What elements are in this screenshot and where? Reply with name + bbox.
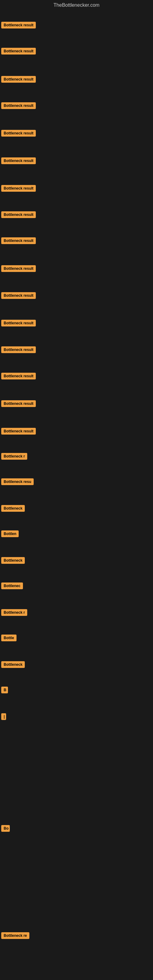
bottleneck-badge-22[interactable]: Bottlenec xyxy=(1,582,23,589)
bottleneck-item-5: Bottleneck result xyxy=(1,130,36,138)
bottleneck-item-21: Bottleneck xyxy=(1,557,25,565)
bottleneck-badge-12[interactable]: Bottleneck result xyxy=(1,320,36,326)
bottleneck-badge-3[interactable]: Bottleneck result xyxy=(1,76,36,83)
bottleneck-item-25: Bottleneck xyxy=(1,661,25,669)
bottleneck-badge-7[interactable]: Bottleneck result xyxy=(1,185,36,192)
bottleneck-badge-28[interactable]: Bo xyxy=(1,825,10,832)
bottleneck-item-7: Bottleneck result xyxy=(1,185,36,193)
bottleneck-badge-13[interactable]: Bottleneck result xyxy=(1,346,36,353)
bottleneck-item-15: Bottleneck result xyxy=(1,400,36,408)
bottleneck-badge-20[interactable]: Bottlen xyxy=(1,530,19,537)
bottleneck-badge-8[interactable]: Bottleneck result xyxy=(1,211,36,218)
bottleneck-badge-21[interactable]: Bottleneck xyxy=(1,557,25,564)
bottleneck-item-9: Bottleneck result xyxy=(1,237,36,245)
bottleneck-item-14: Bottleneck result xyxy=(1,373,36,381)
items-container: Bottleneck resultBottleneck resultBottle… xyxy=(0,10,153,975)
bottleneck-item-13: Bottleneck result xyxy=(1,346,36,354)
bottleneck-item-27: | xyxy=(1,713,6,721)
bottleneck-item-6: Bottleneck result xyxy=(1,158,36,165)
bottleneck-item-23: Bottleneck r xyxy=(1,609,27,617)
bottleneck-item-17: Bottleneck r xyxy=(1,453,27,461)
bottleneck-item-8: Bottleneck result xyxy=(1,211,36,219)
bottleneck-item-3: Bottleneck result xyxy=(1,76,36,84)
bottleneck-item-11: Bottleneck result xyxy=(1,292,36,300)
bottleneck-badge-17[interactable]: Bottleneck r xyxy=(1,453,27,460)
bottleneck-item-1: Bottleneck result xyxy=(1,22,36,30)
bottleneck-badge-11[interactable]: Bottleneck result xyxy=(1,292,36,299)
site-title: TheBottlenecker.com xyxy=(0,0,153,10)
bottleneck-badge-18[interactable]: Bottleneck resu xyxy=(1,478,33,485)
bottleneck-item-22: Bottlenec xyxy=(1,582,23,590)
bottleneck-badge-4[interactable]: Bottleneck result xyxy=(1,102,36,109)
bottleneck-badge-24[interactable]: Bottle xyxy=(1,635,16,641)
bottleneck-item-26: B xyxy=(1,687,8,695)
bottleneck-item-10: Bottleneck result xyxy=(1,265,36,273)
bottleneck-badge-2[interactable]: Bottleneck result xyxy=(1,48,36,54)
bottleneck-badge-6[interactable]: Bottleneck result xyxy=(1,158,36,164)
bottleneck-item-18: Bottleneck resu xyxy=(1,478,33,486)
bottleneck-badge-15[interactable]: Bottleneck result xyxy=(1,400,36,407)
bottleneck-badge-26[interactable]: B xyxy=(1,687,8,694)
bottleneck-item-29: Bottleneck re xyxy=(1,932,29,940)
bottleneck-badge-5[interactable]: Bottleneck result xyxy=(1,130,36,137)
bottleneck-badge-27[interactable]: | xyxy=(1,713,6,720)
bottleneck-item-16: Bottleneck result xyxy=(1,428,36,436)
bottleneck-badge-9[interactable]: Bottleneck result xyxy=(1,237,36,244)
bottleneck-badge-10[interactable]: Bottleneck result xyxy=(1,265,36,272)
bottleneck-badge-19[interactable]: Bottleneck xyxy=(1,505,25,512)
bottleneck-badge-14[interactable]: Bottleneck result xyxy=(1,373,36,379)
bottleneck-badge-25[interactable]: Bottleneck xyxy=(1,661,25,668)
bottleneck-item-12: Bottleneck result xyxy=(1,320,36,328)
page-container: TheBottlenecker.com Bottleneck resultBot… xyxy=(0,0,153,980)
bottleneck-item-24: Bottle xyxy=(1,635,16,643)
bottleneck-badge-1[interactable]: Bottleneck result xyxy=(1,22,36,29)
bottleneck-item-28: Bo xyxy=(1,825,10,833)
bottleneck-item-20: Bottlen xyxy=(1,530,19,538)
bottleneck-badge-16[interactable]: Bottleneck result xyxy=(1,428,36,434)
bottleneck-item-4: Bottleneck result xyxy=(1,102,36,110)
bottleneck-item-2: Bottleneck result xyxy=(1,48,36,56)
bottleneck-badge-23[interactable]: Bottleneck r xyxy=(1,609,27,616)
bottleneck-item-19: Bottleneck xyxy=(1,505,25,513)
bottleneck-badge-29[interactable]: Bottleneck re xyxy=(1,932,29,939)
